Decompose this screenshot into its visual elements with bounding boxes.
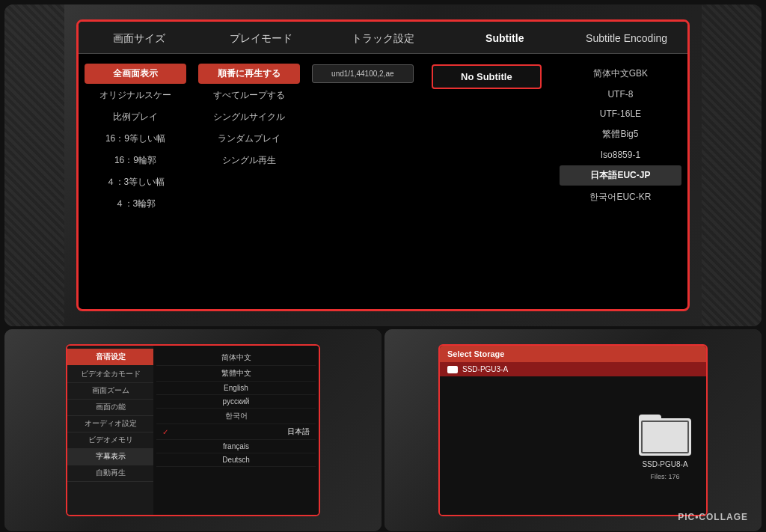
screen-size-item-3[interactable]: 16：9等しい幅 <box>85 129 186 149</box>
collage-container: 画面サイズ プレイモード トラック設定 Subtitle Subtitle En… <box>0 0 766 532</box>
bottom-row: 音语设定 ビデオ全カモード 画面ズーム 画面の能 オーディオ設定 ビデオメモリ … <box>4 329 762 531</box>
encoding-item-1[interactable]: UTF-8 <box>560 85 681 103</box>
encoding-col: 简体中文GBK UTF-8 UTF-16LE 繁體Big5 Iso8859-1 … <box>554 60 687 303</box>
play-mode-list: 順番に再生する すべてループする シングルサイクル ランダムプレイ シングル再生 <box>192 60 306 303</box>
screen-size-item-2[interactable]: 比例プレイ <box>85 107 186 127</box>
col-encoding[interactable]: Subtitle Encoding <box>566 29 687 49</box>
folder-icon <box>639 411 691 456</box>
lang-item-4[interactable]: 한국어 <box>156 409 316 424</box>
col-screen-size[interactable]: 画面サイズ <box>79 29 200 49</box>
left-sidebar-title: 音语设定 <box>67 349 153 365</box>
sidebar-item-6[interactable]: 自動再生 <box>67 465 153 482</box>
lang-item-7[interactable]: Deutsch <box>156 453 316 467</box>
sidebar-item-4[interactable]: ビデオメモリ <box>67 432 153 449</box>
screen-size-list: 全画面表示 オリジナルスケー 比例プレイ 16：9等しい幅 16：9輪郭 ４：3… <box>79 60 192 303</box>
top-panel: 画面サイズ プレイモード トラック設定 Subtitle Subtitle En… <box>4 4 762 326</box>
menu-content: 全画面表示 オリジナルスケー 比例プレイ 16：9等しい幅 16：9輪郭 ４：3… <box>79 54 687 309</box>
watermark: PIC•COLLAGE <box>678 512 748 522</box>
sidebar-item-2[interactable]: 画面の能 <box>67 400 153 416</box>
storage-name: SSD-PGU3-A <box>462 365 508 373</box>
storage-item-bar[interactable]: SSD-PGU3-A <box>440 362 706 376</box>
play-mode-item-4[interactable]: シングル再生 <box>198 150 300 171</box>
encoding-item-0[interactable]: 简体中文GBK <box>560 64 681 84</box>
subtitle-selected[interactable]: No Subtitle <box>432 64 542 89</box>
col-subtitle[interactable]: Subtitle <box>444 29 566 49</box>
top-screen: 画面サイズ プレイモード トラック設定 Subtitle Subtitle En… <box>76 19 690 311</box>
track-list: und1/1,44100,2,ae <box>306 60 420 303</box>
menu-bar: 画面サイズ プレイモード トラック設定 Subtitle Subtitle En… <box>79 22 687 54</box>
screen-size-item-0[interactable]: 全画面表示 <box>85 64 186 84</box>
play-mode-item-2[interactable]: シングルサイクル <box>198 107 300 127</box>
storage-header: Select Storage <box>440 346 706 362</box>
screen-size-item-1[interactable]: オリジナルスケー <box>85 85 186 106</box>
bottom-left-panel: 音语设定 ビデオ全カモード 画面ズーム 画面の能 オーディオ設定 ビデオメモリ … <box>4 329 382 531</box>
folder-container[interactable]: SSD-PGU8-A Files: 176 <box>639 411 691 480</box>
sidebar-item-1[interactable]: 画面ズーム <box>67 383 153 400</box>
drive-icon <box>447 366 458 373</box>
screen-size-item-4[interactable]: 16：9輪郭 <box>85 150 186 171</box>
encoding-item-2[interactable]: UTF-16LE <box>560 105 681 123</box>
col-play-mode[interactable]: プレイモード <box>200 29 322 49</box>
play-mode-item-0[interactable]: 順番に再生する <box>198 64 300 84</box>
track-display: und1/1,44100,2,ae <box>312 64 414 83</box>
sidebar-item-0[interactable]: ビデオ全カモード <box>67 367 153 383</box>
lang-item-3[interactable]: русский <box>156 395 316 409</box>
screen-size-item-5[interactable]: ４：3等しい幅 <box>85 172 186 192</box>
folder-body <box>639 418 691 456</box>
lang-item-0[interactable]: 简体中文 <box>156 350 316 366</box>
col-track[interactable]: トラック設定 <box>322 29 444 49</box>
encoding-item-6[interactable]: 한국어EUC-KR <box>560 187 681 207</box>
bottom-right-panel: Select Storage SSD-PGU3-A SSD-PGU8-A Fil… <box>384 329 762 531</box>
language-menu: 简体中文 繁體中文 English русский 한국어 日本語 frança… <box>153 346 319 515</box>
lang-item-6[interactable]: français <box>156 440 316 453</box>
sidebar-item-3[interactable]: オーディオ設定 <box>67 416 153 432</box>
folder-files-count: Files: 176 <box>650 473 679 480</box>
bottom-left-screen: 音语设定 ビデオ全カモード 画面ズーム 画面の能 オーディオ設定 ビデオメモリ … <box>66 344 320 516</box>
sidebar-item-5[interactable]: 字幕表示 <box>67 449 153 465</box>
encoding-item-5[interactable]: 日本語EUC-JP <box>560 165 681 186</box>
subtitle-col: No Subtitle <box>420 60 554 303</box>
screen-size-item-6[interactable]: ４：3輪郭 <box>85 194 186 214</box>
bottom-right-screen: Select Storage SSD-PGU3-A SSD-PGU8-A Fil… <box>438 344 708 516</box>
encoding-item-3[interactable]: 繁體Big5 <box>560 124 681 144</box>
storage-content: SSD-PGU8-A Files: 176 <box>440 376 706 515</box>
lang-item-1[interactable]: 繁體中文 <box>156 366 316 382</box>
lang-item-2[interactable]: English <box>156 382 316 395</box>
folder-label: SSD-PGU8-A <box>642 460 687 468</box>
play-mode-item-1[interactable]: すべてループする <box>198 85 300 106</box>
encoding-item-4[interactable]: Iso8859-1 <box>560 146 681 164</box>
lang-item-5[interactable]: 日本語 <box>156 424 316 440</box>
play-mode-item-3[interactable]: ランダムプレイ <box>198 129 300 149</box>
left-sidebar: 音语设定 ビデオ全カモード 画面ズーム 画面の能 オーディオ設定 ビデオメモリ … <box>67 346 153 515</box>
